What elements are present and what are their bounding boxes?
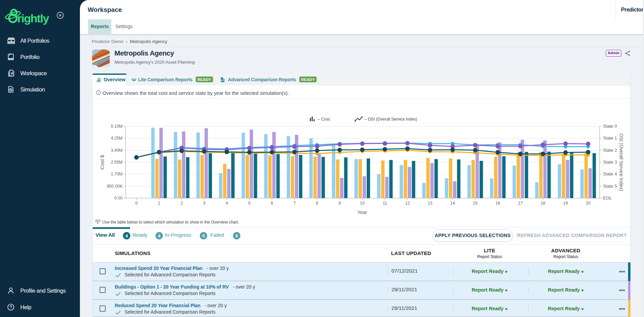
svg-text:State 2: State 2 <box>603 148 617 153</box>
svg-text:1: 1 <box>158 201 160 206</box>
svg-text:9: 9 <box>339 201 341 206</box>
svg-text:10: 10 <box>360 201 365 206</box>
svg-text:State 0: State 0 <box>603 124 617 129</box>
svg-text:EOL: EOL <box>603 195 612 200</box>
svg-text:rightly: rightly <box>17 12 49 25</box>
svg-text:18: 18 <box>541 201 545 206</box>
svg-text:14: 14 <box>450 201 455 206</box>
svg-text:15: 15 <box>473 201 478 206</box>
svg-text:2: 2 <box>180 201 183 206</box>
svg-text:20: 20 <box>586 201 591 206</box>
svg-text:2.55M: 2.55M <box>111 160 123 165</box>
svg-text:4.25M: 4.25M <box>111 136 123 141</box>
svg-text:0.00: 0.00 <box>114 196 123 200</box>
svg-text:State 1: State 1 <box>603 135 617 141</box>
svg-text:16: 16 <box>495 201 500 206</box>
svg-text:13: 13 <box>428 201 432 206</box>
svg-text:6: 6 <box>271 201 273 206</box>
svg-text:11: 11 <box>383 201 387 206</box>
svg-text:Year: Year <box>357 210 367 215</box>
svg-text:8: 8 <box>316 201 318 206</box>
svg-text:0: 0 <box>135 201 138 206</box>
svg-text:4: 4 <box>226 201 228 206</box>
svg-text:State 4: State 4 <box>603 171 617 176</box>
svg-text:-- Cost: -- Cost <box>317 117 330 122</box>
svg-text:1.70M: 1.70M <box>111 172 123 176</box>
svg-text:19: 19 <box>563 201 568 206</box>
svg-text:17: 17 <box>518 201 523 206</box>
svg-text:State 5: State 5 <box>603 184 617 189</box>
svg-text:3: 3 <box>203 201 206 206</box>
svg-text:-- OSI (Overall Service Index): -- OSI (Overall Service Index) <box>364 117 417 122</box>
svg-text:State 3: State 3 <box>603 160 617 165</box>
svg-text:5.10M: 5.10M <box>111 124 123 129</box>
svg-text:Cost $: Cost $ <box>99 155 105 170</box>
svg-text:12: 12 <box>405 201 410 206</box>
svg-text:850.00K: 850.00K <box>107 184 123 189</box>
svg-text:OSI (Overall Service Index): OSI (Overall Service Index) <box>619 133 624 191</box>
svg-text:3.40M: 3.40M <box>111 148 123 153</box>
svg-text:7: 7 <box>293 201 296 206</box>
svg-text:5: 5 <box>248 201 251 206</box>
